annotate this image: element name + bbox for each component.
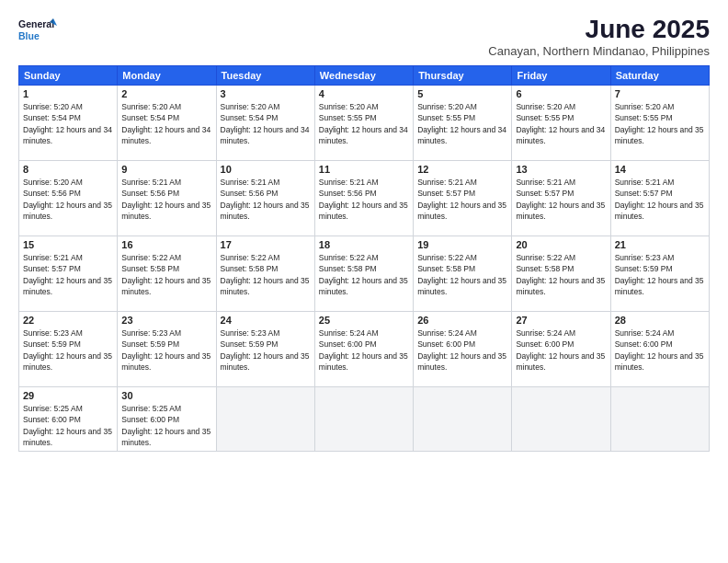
calendar-cell: 28Sunrise: 5:24 AMSunset: 6:00 PMDayligh… [610, 312, 709, 387]
day-number: 9 [121, 164, 211, 175]
day-info: Sunrise: 5:20 AMSunset: 5:55 PMDaylight:… [417, 101, 507, 146]
day-number: 19 [417, 239, 507, 250]
svg-text:General: General [18, 18, 54, 29]
day-info: Sunrise: 5:24 AMSunset: 6:00 PMDaylight:… [319, 327, 409, 373]
day-info: Sunrise: 5:24 AMSunset: 6:00 PMDaylight:… [615, 327, 705, 373]
day-number: 5 [417, 88, 507, 99]
calendar-cell: 23Sunrise: 5:23 AMSunset: 5:59 PMDayligh… [118, 312, 216, 387]
calendar-cell [414, 387, 512, 452]
title-block: June 2025 Canayan, Northern Mindanao, Ph… [488, 15, 710, 58]
calendar-cell: 3Sunrise: 5:20 AMSunset: 5:54 PMDaylight… [216, 86, 314, 161]
calendar-cell: 9Sunrise: 5:21 AMSunset: 5:56 PMDaylight… [118, 161, 216, 236]
calendar-header: Wednesday [314, 66, 413, 86]
day-info: Sunrise: 5:21 AMSunset: 5:56 PMDaylight:… [121, 177, 211, 222]
day-number: 20 [516, 239, 606, 250]
calendar-cell: 18Sunrise: 5:22 AMSunset: 5:58 PMDayligh… [314, 236, 413, 312]
calendar-cell: 16Sunrise: 5:22 AMSunset: 5:58 PMDayligh… [118, 236, 216, 312]
day-info: Sunrise: 5:20 AMSunset: 5:54 PMDaylight:… [221, 101, 311, 146]
day-info: Sunrise: 5:20 AMSunset: 5:55 PMDaylight:… [319, 101, 409, 146]
day-info: Sunrise: 5:20 AMSunset: 5:54 PMDaylight:… [23, 101, 113, 146]
calendar-cell [314, 387, 413, 452]
calendar-cell: 8Sunrise: 5:20 AMSunset: 5:56 PMDaylight… [19, 161, 118, 236]
day-number: 13 [516, 164, 606, 175]
day-info: Sunrise: 5:21 AMSunset: 5:57 PMDaylight:… [516, 177, 606, 222]
day-info: Sunrise: 5:22 AMSunset: 5:58 PMDaylight:… [516, 252, 606, 297]
calendar-cell: 10Sunrise: 5:21 AMSunset: 5:56 PMDayligh… [216, 161, 314, 236]
calendar-cell: 4Sunrise: 5:20 AMSunset: 5:55 PMDaylight… [314, 86, 413, 161]
day-info: Sunrise: 5:25 AMSunset: 6:00 PMDaylight:… [23, 403, 113, 448]
day-number: 22 [23, 315, 113, 326]
day-info: Sunrise: 5:22 AMSunset: 5:58 PMDaylight:… [221, 252, 311, 297]
day-number: 14 [615, 164, 705, 175]
logo-svg: General Blue [18, 15, 57, 48]
calendar-cell: 19Sunrise: 5:22 AMSunset: 5:58 PMDayligh… [414, 236, 512, 312]
calendar-cell: 13Sunrise: 5:21 AMSunset: 5:57 PMDayligh… [512, 161, 610, 236]
day-number: 1 [23, 88, 113, 99]
calendar-header: Sunday [19, 66, 118, 86]
day-number: 23 [121, 315, 211, 326]
calendar-cell: 30Sunrise: 5:25 AMSunset: 6:00 PMDayligh… [118, 387, 216, 452]
calendar-cell: 1Sunrise: 5:20 AMSunset: 5:54 PMDaylight… [19, 86, 118, 161]
day-number: 17 [221, 239, 311, 250]
calendar-cell: 27Sunrise: 5:24 AMSunset: 6:00 PMDayligh… [512, 312, 610, 387]
calendar-cell: 5Sunrise: 5:20 AMSunset: 5:55 PMDaylight… [414, 86, 512, 161]
calendar-header: Friday [512, 66, 610, 86]
day-info: Sunrise: 5:24 AMSunset: 6:00 PMDaylight:… [417, 327, 507, 373]
day-number: 15 [23, 239, 113, 250]
calendar-cell: 15Sunrise: 5:21 AMSunset: 5:57 PMDayligh… [19, 236, 118, 312]
day-number: 30 [121, 390, 211, 401]
day-info: Sunrise: 5:20 AMSunset: 5:56 PMDaylight:… [23, 177, 113, 222]
day-number: 24 [221, 315, 311, 326]
day-info: Sunrise: 5:24 AMSunset: 6:00 PMDaylight:… [516, 327, 606, 373]
day-number: 28 [615, 315, 705, 326]
day-info: Sunrise: 5:23 AMSunset: 5:59 PMDaylight:… [221, 327, 311, 373]
calendar-cell: 22Sunrise: 5:23 AMSunset: 5:59 PMDayligh… [19, 312, 118, 387]
day-number: 4 [319, 88, 409, 99]
day-number: 29 [23, 390, 113, 401]
calendar-cell: 7Sunrise: 5:20 AMSunset: 5:55 PMDaylight… [610, 86, 709, 161]
calendar-cell: 20Sunrise: 5:22 AMSunset: 5:58 PMDayligh… [512, 236, 610, 312]
calendar-cell: 29Sunrise: 5:25 AMSunset: 6:00 PMDayligh… [19, 387, 118, 452]
calendar-cell: 11Sunrise: 5:21 AMSunset: 5:56 PMDayligh… [314, 161, 413, 236]
day-info: Sunrise: 5:21 AMSunset: 5:56 PMDaylight:… [221, 177, 311, 222]
day-info: Sunrise: 5:21 AMSunset: 5:57 PMDaylight:… [417, 177, 507, 222]
calendar-cell [512, 387, 610, 452]
day-info: Sunrise: 5:23 AMSunset: 5:59 PMDaylight:… [615, 252, 705, 297]
day-number: 16 [121, 239, 211, 250]
calendar-cell: 25Sunrise: 5:24 AMSunset: 6:00 PMDayligh… [314, 312, 413, 387]
calendar-header: Thursday [414, 66, 512, 86]
calendar-header: Tuesday [216, 66, 314, 86]
logo: General Blue [18, 15, 57, 48]
calendar-cell [216, 387, 314, 452]
calendar-cell: 17Sunrise: 5:22 AMSunset: 5:58 PMDayligh… [216, 236, 314, 312]
day-number: 7 [615, 88, 705, 99]
calendar-header: Monday [118, 66, 216, 86]
day-number: 3 [221, 88, 311, 99]
day-info: Sunrise: 5:23 AMSunset: 5:59 PMDaylight:… [23, 327, 113, 373]
calendar-cell: 26Sunrise: 5:24 AMSunset: 6:00 PMDayligh… [414, 312, 512, 387]
day-number: 11 [319, 164, 409, 175]
day-number: 6 [516, 88, 606, 99]
day-number: 21 [615, 239, 705, 250]
day-info: Sunrise: 5:21 AMSunset: 5:57 PMDaylight:… [615, 177, 705, 222]
calendar-cell: 6Sunrise: 5:20 AMSunset: 5:55 PMDaylight… [512, 86, 610, 161]
day-number: 2 [121, 88, 211, 99]
day-info: Sunrise: 5:20 AMSunset: 5:55 PMDaylight:… [516, 101, 606, 146]
header: General Blue June 2025 Canayan, Northern… [18, 15, 710, 58]
calendar-cell: 12Sunrise: 5:21 AMSunset: 5:57 PMDayligh… [414, 161, 512, 236]
day-number: 26 [417, 315, 507, 326]
day-number: 12 [417, 164, 507, 175]
day-number: 8 [23, 164, 113, 175]
day-info: Sunrise: 5:20 AMSunset: 5:54 PMDaylight:… [121, 101, 211, 146]
month-title: June 2025 [488, 15, 710, 44]
calendar-header: Saturday [610, 66, 709, 86]
day-info: Sunrise: 5:22 AMSunset: 5:58 PMDaylight:… [417, 252, 507, 297]
day-number: 25 [319, 315, 409, 326]
calendar-cell [610, 387, 709, 452]
day-info: Sunrise: 5:23 AMSunset: 5:59 PMDaylight:… [121, 327, 211, 373]
day-info: Sunrise: 5:25 AMSunset: 6:00 PMDaylight:… [121, 403, 211, 448]
day-info: Sunrise: 5:20 AMSunset: 5:55 PMDaylight:… [615, 101, 705, 146]
day-number: 18 [319, 239, 409, 250]
calendar-cell: 2Sunrise: 5:20 AMSunset: 5:54 PMDaylight… [118, 86, 216, 161]
calendar-cell: 14Sunrise: 5:21 AMSunset: 5:57 PMDayligh… [610, 161, 709, 236]
